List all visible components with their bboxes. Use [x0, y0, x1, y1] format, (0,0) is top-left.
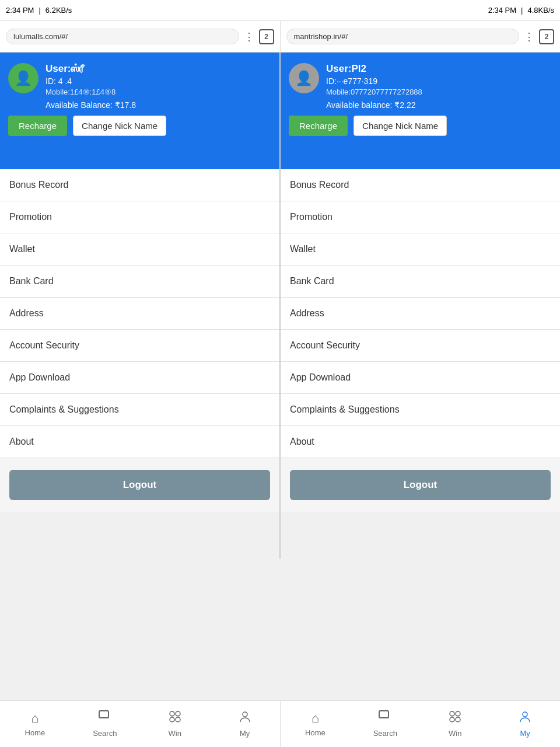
menu-item-about-left[interactable]: About — [0, 426, 279, 458]
status-left: 2:34 PM | 6.2KB/s — [0, 6, 78, 15]
nav-home-right[interactable]: ⌂ Home — [281, 701, 351, 747]
home-icon-right: ⌂ — [312, 711, 319, 726]
logout-button-right[interactable]: Logout — [290, 470, 551, 500]
content-gap-right — [281, 512, 560, 558]
profile-actions-right: Recharge Change Nick Name — [289, 116, 552, 136]
menu-item-wallet-right[interactable]: Wallet — [281, 233, 560, 266]
home-icon-left: ⌂ — [31, 711, 38, 726]
nav-win-left[interactable]: Win — [140, 701, 210, 747]
menu-item-complaints-left[interactable]: Complaints & Suggestions — [0, 394, 279, 426]
tab-count-right[interactable]: 2 — [539, 29, 554, 44]
browser-tab-left: lulumalls.com/#/ ⋮ 2 — [0, 21, 281, 52]
logout-button-left[interactable]: Logout — [9, 470, 270, 500]
menu-item-about-right[interactable]: About — [281, 426, 560, 458]
svg-point-4 — [176, 717, 180, 722]
change-nick-button-right[interactable]: Change Nick Name — [354, 116, 447, 136]
tab-count-left[interactable]: 2 — [259, 29, 274, 44]
svg-point-7 — [450, 711, 454, 716]
menu-item-address-left[interactable]: Address — [0, 298, 279, 330]
menu-item-account-security-left[interactable]: Account Security — [0, 330, 279, 362]
nav-search-left[interactable]: Search — [70, 701, 140, 747]
profile-actions-left: Recharge Change Nick Name — [8, 116, 271, 136]
username-right: User:Pl2 — [326, 63, 422, 75]
balance-right: Available balance: ₹2.22 — [326, 100, 422, 110]
win-icon-right — [449, 710, 461, 727]
share-icon-right[interactable]: ⋮ — [524, 30, 534, 43]
bottom-nav-right: ⌂ Home Search Win — [281, 701, 561, 747]
nav-my-right[interactable]: My — [490, 701, 560, 747]
panel-right: 👤 User:Pl2 ID:···e777·319 Mobile:0777207… — [281, 53, 560, 558]
menu-item-promotion-right[interactable]: Promotion — [281, 201, 560, 233]
nav-my-left[interactable]: My — [210, 701, 280, 747]
mobile-left: Mobile:1£4⑩:1£4⑧8 — [46, 88, 136, 96]
bottom-nav-left: ⌂ Home Search Win — [0, 701, 281, 747]
status-speed-right: | — [521, 6, 523, 15]
nav-search-right[interactable]: Search — [350, 701, 420, 747]
logout-section-left: Logout — [0, 458, 279, 512]
menu-item-address-right[interactable]: Address — [281, 298, 560, 330]
svg-point-3 — [170, 717, 174, 722]
profile-header-right: 👤 User:Pl2 ID:···e777·319 Mobile:0777207… — [281, 53, 560, 169]
user-id-left: ID: 4 .4 — [46, 76, 136, 86]
logout-section-right: Logout — [281, 458, 560, 512]
status-speed-left: | — [38, 6, 40, 15]
nav-my-label-right: My — [520, 729, 530, 738]
menu-item-app-download-left[interactable]: App Download — [0, 362, 279, 394]
menu-item-bonus-record-left[interactable]: Bonus Record — [0, 169, 279, 201]
status-right: 2:34 PM | 4.8KB/s — [482, 6, 560, 15]
user-id-right: ID:···e777·319 — [326, 76, 422, 86]
main-split: 👤 User:ஸ்ரீ ID: 4 .4 Mobile:1£4⑩:1£4⑧8 A… — [0, 53, 560, 558]
mobile-right: Mobile:07772077777272888 — [326, 88, 422, 96]
username-left: User:ஸ்ரீ — [46, 63, 136, 75]
nav-home-left[interactable]: ⌂ Home — [0, 701, 70, 747]
svg-point-11 — [523, 712, 527, 717]
menu-item-wallet-left[interactable]: Wallet — [0, 233, 279, 266]
svg-point-9 — [450, 717, 454, 722]
address-bar-right[interactable]: mantrishop.in/#/ — [286, 29, 520, 44]
nav-search-label-right: Search — [373, 729, 397, 738]
menu-item-bank-card-left[interactable]: Bank Card — [0, 266, 279, 298]
status-speed-right-val: 4.8KB/s — [527, 6, 554, 15]
nav-home-label-left: Home — [25, 728, 46, 737]
menu-item-app-download-right[interactable]: App Download — [281, 362, 560, 394]
search-icon-left — [99, 710, 111, 727]
menu-list-right: Bonus Record Promotion Wallet Bank Card … — [281, 169, 560, 458]
panel-left: 👤 User:ஸ்ரீ ID: 4 .4 Mobile:1£4⑩:1£4⑧8 A… — [0, 53, 281, 558]
address-bar-left[interactable]: lulumalls.com/#/ — [6, 29, 239, 44]
my-icon-left — [239, 710, 251, 727]
nav-win-label-right: Win — [449, 729, 461, 738]
status-time-right: 2:34 PM — [488, 6, 516, 15]
profile-row-right: 👤 User:Pl2 ID:···e777·319 Mobile:0777207… — [289, 63, 552, 110]
menu-item-account-security-right[interactable]: Account Security — [281, 330, 560, 362]
svg-point-1 — [170, 711, 174, 716]
nav-search-label-left: Search — [93, 729, 117, 738]
profile-row-left: 👤 User:ஸ்ரீ ID: 4 .4 Mobile:1£4⑩:1£4⑧8 A… — [8, 63, 271, 110]
svg-rect-0 — [99, 711, 108, 718]
search-icon-right — [379, 710, 391, 727]
browser-tab-right: mantrishop.in/#/ ⋮ 2 — [281, 21, 561, 52]
browser-bar: lulumalls.com/#/ ⋮ 2 mantrishop.in/#/ ⋮ … — [0, 21, 560, 53]
nav-win-label-left: Win — [168, 729, 181, 738]
menu-list-left: Bonus Record Promotion Wallet Bank Card … — [0, 169, 279, 458]
menu-item-complaints-right[interactable]: Complaints & Suggestions — [281, 394, 560, 426]
content-gap-left — [0, 512, 279, 558]
menu-item-bonus-record-right[interactable]: Bonus Record — [281, 169, 560, 201]
menu-item-promotion-left[interactable]: Promotion — [0, 201, 279, 233]
change-nick-button-left[interactable]: Change Nick Name — [73, 116, 166, 136]
bottom-nav: ⌂ Home Search Win — [0, 700, 560, 747]
win-icon-left — [169, 710, 181, 727]
recharge-button-right[interactable]: Recharge — [289, 116, 348, 136]
recharge-button-left[interactable]: Recharge — [8, 116, 67, 136]
nav-my-label-left: My — [240, 729, 250, 738]
profile-header-left: 👤 User:ஸ்ரீ ID: 4 .4 Mobile:1£4⑩:1£4⑧8 A… — [0, 53, 279, 169]
profile-info-left: User:ஸ்ரீ ID: 4 .4 Mobile:1£4⑩:1£4⑧8 Ava… — [46, 63, 136, 110]
svg-point-8 — [456, 711, 460, 716]
nav-win-right[interactable]: Win — [420, 701, 490, 747]
svg-point-10 — [456, 717, 460, 722]
nav-home-label-right: Home — [305, 728, 326, 737]
menu-item-bank-card-right[interactable]: Bank Card — [281, 266, 560, 298]
status-time-left: 2:34 PM — [6, 6, 34, 15]
svg-rect-6 — [379, 711, 388, 718]
svg-point-2 — [176, 711, 180, 716]
share-icon-left[interactable]: ⋮ — [244, 30, 254, 43]
